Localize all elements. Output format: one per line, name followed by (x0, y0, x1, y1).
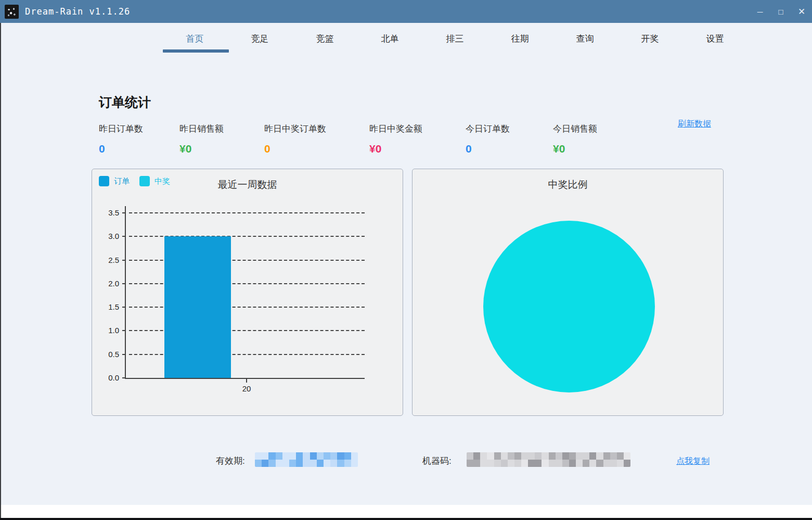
tab-beidan[interactable]: 北单 (357, 23, 422, 54)
x-axis-tickmark (246, 379, 247, 383)
y-axis-tick-label: 0.0 (92, 373, 119, 382)
page-title: 订单统计 (99, 94, 151, 111)
tab-kaijiang[interactable]: 开奖 (617, 23, 682, 54)
window-bottom-margin (1, 505, 812, 518)
copy-machine-code-link[interactable]: 点我复制 (676, 456, 710, 467)
y-axis-tick-label: 1.0 (92, 326, 119, 335)
main-nav: 首页 竞足 竞篮 北单 排三 往期 查询 开奖 设置 (162, 23, 747, 54)
bar-chart-plot: 0.00.51.01.52.02.53.03.520 (92, 169, 403, 415)
stat-yesterday-sales: 昨日销售额 ¥0 (179, 123, 264, 155)
tab-wangqi[interactable]: 往期 (487, 23, 552, 54)
app-icon (5, 5, 19, 19)
y-axis-tick-label: 3.5 (92, 208, 119, 217)
window-controls: ─ □ ✕ (750, 0, 812, 23)
stat-yesterday-winning-orders: 昨日中奖订单数 0 (264, 123, 369, 155)
tab-home[interactable]: 首页 (162, 23, 227, 54)
x-axis-tick-label: 20 (231, 384, 262, 393)
bar-orders (164, 236, 231, 378)
validity-value-redacted (255, 452, 358, 467)
validity-label: 有效期: (216, 455, 245, 467)
stats-row: 昨日订单数 0 昨日销售额 ¥0 昨日中奖订单数 0 昨日中奖金额 ¥0 今日订… (99, 123, 636, 155)
y-axis-tick-label: 2.5 (92, 256, 119, 264)
screen-left-edge (0, 0, 1, 520)
screen-bottom-edge (0, 518, 812, 520)
stat-yesterday-orders: 昨日订单数 0 (99, 123, 179, 155)
y-axis (125, 206, 126, 378)
window-title: Dream-Rain v1.1.26 (25, 6, 130, 17)
stat-today-sales: 今日销售额 ¥0 (553, 123, 636, 155)
y-axis-tick-label: 2.0 (92, 279, 119, 288)
tab-chaxun[interactable]: 查询 (552, 23, 617, 54)
tab-shezhi[interactable]: 设置 (682, 23, 747, 54)
stat-yesterday-winning-amount: 昨日中奖金额 ¥0 (369, 123, 466, 155)
x-axis (125, 378, 365, 379)
y-axis-tick-label: 0.5 (92, 350, 119, 359)
pie-slice-wins (483, 221, 655, 392)
stat-today-orders: 今日订单数 0 (466, 123, 553, 155)
minimize-icon[interactable]: ─ (750, 0, 770, 23)
weekly-bar-chart-panel: 订单 中奖 最近一周数据 0.00.51.01.52.02.53.03.520 (92, 169, 403, 416)
y-axis-tick-label: 3.0 (92, 232, 119, 240)
active-tab-underline (163, 49, 229, 53)
machine-code-label: 机器码: (422, 455, 452, 467)
tab-paisan[interactable]: 排三 (422, 23, 487, 54)
tab-jinglan[interactable]: 竞篮 (292, 23, 357, 54)
pie-chart-title: 中奖比例 (413, 178, 723, 192)
y-axis-tick-label: 1.5 (92, 302, 119, 311)
win-ratio-pie-panel: 中奖比例 (412, 169, 724, 416)
title-bar: Dream-Rain v1.1.26 ─ □ ✕ (0, 0, 812, 23)
tab-jingzu[interactable]: 竞足 (227, 23, 292, 54)
maximize-icon[interactable]: □ (770, 0, 791, 23)
close-icon[interactable]: ✕ (791, 0, 812, 23)
gridline (129, 212, 365, 213)
machine-code-value-redacted (467, 452, 630, 467)
refresh-data-link[interactable]: 刷新数据 (678, 119, 711, 130)
